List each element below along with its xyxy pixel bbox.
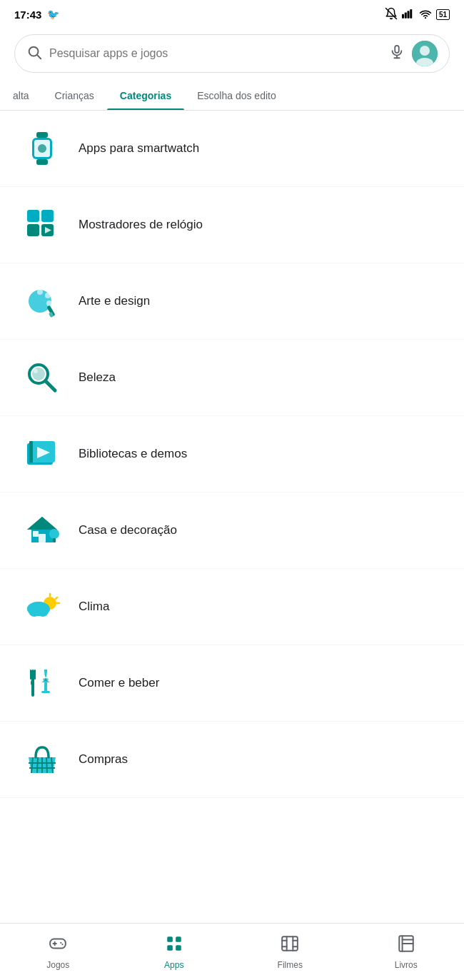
food-icon bbox=[17, 658, 67, 708]
mic-icon[interactable] bbox=[389, 44, 405, 64]
category-label-smartwatch: Apps para smartwatch bbox=[79, 141, 199, 156]
film-icon bbox=[281, 934, 299, 957]
svg-rect-76 bbox=[282, 936, 298, 951]
svg-marker-39 bbox=[27, 517, 57, 530]
bottom-nav-label-apps: Apps bbox=[164, 960, 183, 970]
svg-point-42 bbox=[49, 529, 59, 539]
category-item-relogio[interactable]: Mostradores de relógio bbox=[0, 187, 464, 263]
svg-rect-74 bbox=[167, 945, 173, 951]
svg-rect-1 bbox=[402, 14, 404, 18]
category-item-casa[interactable]: Casa e decoração bbox=[0, 492, 464, 569]
category-label-compras: Compras bbox=[79, 752, 128, 767]
bottom-nav-label-filmes: Filmes bbox=[278, 960, 303, 970]
shopping-icon bbox=[17, 734, 67, 784]
tab-criancas[interactable]: Crianças bbox=[42, 81, 107, 110]
user-avatar[interactable] bbox=[412, 41, 438, 66]
house-icon bbox=[17, 505, 67, 555]
svg-rect-56 bbox=[34, 670, 36, 680]
svg-rect-21 bbox=[27, 224, 39, 236]
svg-point-12 bbox=[420, 46, 430, 56]
tab-editores[interactable]: Escolha dos edito bbox=[184, 81, 289, 110]
svg-point-27 bbox=[46, 300, 52, 306]
svg-rect-75 bbox=[176, 945, 181, 951]
apps-grid-icon bbox=[165, 934, 183, 957]
svg-rect-41 bbox=[33, 531, 39, 537]
svg-rect-73 bbox=[176, 936, 181, 942]
category-label-comer: Comer e beber bbox=[79, 676, 159, 690]
smartwatch-icon bbox=[17, 123, 67, 173]
svg-rect-40 bbox=[39, 534, 46, 542]
svg-point-59 bbox=[43, 678, 49, 681]
bottom-nav-apps[interactable]: Apps bbox=[116, 929, 233, 976]
svg-rect-57 bbox=[44, 682, 47, 691]
svg-point-5 bbox=[425, 16, 426, 18]
status-bar: 17:43 🐦 bbox=[0, 0, 464, 29]
bottom-nav: Jogos Apps Filmes bbox=[0, 923, 464, 980]
mute-icon bbox=[385, 7, 398, 22]
category-item-compras[interactable]: Compras bbox=[0, 722, 464, 798]
svg-rect-43 bbox=[53, 538, 56, 542]
library-icon bbox=[17, 429, 67, 479]
book-icon bbox=[397, 934, 415, 957]
svg-rect-55 bbox=[30, 670, 31, 680]
svg-rect-72 bbox=[167, 936, 173, 942]
svg-rect-8 bbox=[395, 45, 399, 52]
svg-rect-4 bbox=[410, 9, 412, 19]
weather-icon bbox=[17, 582, 67, 632]
status-left: 17:43 🐦 bbox=[14, 9, 59, 21]
svg-line-61 bbox=[37, 757, 38, 773]
category-label-bibliotecas: Bibliotecas e demos bbox=[79, 447, 187, 461]
bottom-nav-jogos[interactable]: Jogos bbox=[0, 929, 116, 976]
category-item-comer[interactable]: Comer e beber bbox=[0, 645, 464, 722]
svg-rect-20 bbox=[41, 210, 54, 222]
bottom-nav-filmes[interactable]: Filmes bbox=[232, 929, 348, 976]
svg-point-70 bbox=[61, 941, 62, 943]
tab-alta[interactable]: alta bbox=[0, 81, 42, 110]
svg-rect-3 bbox=[407, 11, 409, 19]
svg-rect-37 bbox=[29, 441, 33, 463]
svg-line-32 bbox=[46, 381, 55, 390]
svg-point-18 bbox=[38, 144, 46, 153]
art-icon bbox=[17, 276, 67, 326]
category-item-smartwatch[interactable]: Apps para smartwatch bbox=[0, 111, 464, 187]
svg-point-26 bbox=[45, 293, 51, 298]
twitter-icon: 🐦 bbox=[47, 9, 59, 20]
svg-point-53 bbox=[37, 605, 49, 617]
category-item-clima[interactable]: Clima bbox=[0, 569, 464, 645]
nav-tabs: alta Crianças Categorias Escolha dos edi… bbox=[0, 81, 464, 111]
svg-point-25 bbox=[37, 289, 43, 295]
svg-line-7 bbox=[37, 55, 41, 59]
clock-icon bbox=[17, 200, 67, 250]
svg-point-31 bbox=[32, 368, 45, 380]
svg-point-33 bbox=[34, 369, 38, 373]
wifi-icon bbox=[419, 9, 432, 21]
bottom-nav-label-livros: Livros bbox=[395, 960, 418, 970]
tab-categorias[interactable]: Categorias bbox=[107, 81, 184, 110]
category-list: Apps para smartwatch Mostradores de reló… bbox=[0, 111, 464, 855]
category-item-bibliotecas[interactable]: Bibliotecas e demos bbox=[0, 416, 464, 492]
svg-rect-58 bbox=[41, 691, 50, 693]
category-item-beleza[interactable]: Beleza bbox=[0, 340, 464, 416]
bottom-nav-livros[interactable]: Livros bbox=[348, 929, 465, 976]
search-input[interactable] bbox=[49, 47, 382, 60]
status-right: 51 bbox=[385, 7, 450, 22]
category-label-arte: Arte e design bbox=[79, 294, 150, 308]
signal-icon bbox=[402, 9, 415, 21]
svg-rect-17 bbox=[36, 159, 48, 165]
svg-rect-19 bbox=[27, 210, 39, 222]
svg-line-63 bbox=[46, 757, 47, 773]
svg-rect-14 bbox=[36, 132, 48, 138]
category-label-casa: Casa e decoração bbox=[79, 523, 177, 537]
category-label-beleza: Beleza bbox=[79, 370, 116, 385]
svg-line-49 bbox=[56, 597, 57, 599]
svg-point-71 bbox=[62, 944, 64, 945]
gamepad-icon bbox=[49, 934, 67, 957]
bottom-nav-label-jogos: Jogos bbox=[46, 960, 69, 970]
category-label-relogio: Mostradores de relógio bbox=[79, 218, 203, 232]
category-label-clima: Clima bbox=[79, 600, 109, 614]
search-bar[interactable] bbox=[14, 34, 450, 73]
svg-rect-67 bbox=[50, 939, 66, 948]
time-display: 17:43 bbox=[14, 9, 41, 21]
category-item-arte[interactable]: Arte e design bbox=[0, 263, 464, 340]
battery-display: 51 bbox=[436, 9, 450, 20]
